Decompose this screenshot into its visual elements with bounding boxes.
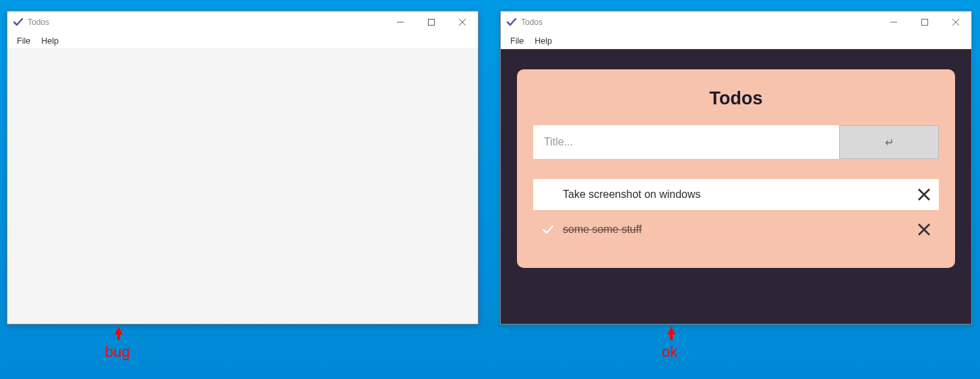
svg-rect-5 <box>922 20 928 26</box>
todo-item[interactable]: some some stuff <box>533 214 939 245</box>
menubar: File Help <box>501 33 971 49</box>
window-controls <box>385 11 478 33</box>
check-icon[interactable] <box>540 221 556 238</box>
app-window-bug: Todos File Help <box>7 11 479 324</box>
input-row: ↵ <box>533 125 939 159</box>
close-button[interactable] <box>940 11 971 33</box>
menu-file[interactable]: File <box>11 35 36 47</box>
maximize-button[interactable] <box>416 11 447 33</box>
arrow-icon <box>666 326 677 343</box>
delete-icon[interactable] <box>917 188 931 201</box>
content-area-blank <box>7 49 478 324</box>
window-controls <box>878 11 971 33</box>
arrow-icon <box>113 326 124 343</box>
enter-icon: ↵ <box>885 136 894 149</box>
minimize-button[interactable] <box>385 11 416 33</box>
annotation-bug: bug <box>105 343 130 361</box>
todo-text: Take screenshot on windows <box>563 188 917 201</box>
title-input[interactable] <box>533 125 839 159</box>
content-area: Todos ↵ Take screenshot on windows some … <box>501 49 971 324</box>
titlebar[interactable]: Todos <box>7 11 478 33</box>
delete-icon[interactable] <box>917 223 931 236</box>
todo-text: some some stuff <box>563 223 917 236</box>
window-title: Todos <box>28 18 49 27</box>
maximize-button[interactable] <box>909 11 940 33</box>
menubar: File Help <box>7 33 478 49</box>
menu-help[interactable]: Help <box>529 35 557 47</box>
todo-panel: Todos ↵ Take screenshot on windows some … <box>517 69 955 268</box>
window-title: Todos <box>521 18 543 27</box>
app-window-ok: Todos File Help Todos ↵ <box>500 11 972 324</box>
svg-rect-1 <box>429 20 435 26</box>
menu-file[interactable]: File <box>505 35 529 47</box>
app-heading: Todos <box>533 88 939 109</box>
check-icon[interactable] <box>540 186 556 203</box>
todo-item[interactable]: Take screenshot on windows <box>533 179 939 210</box>
menu-help[interactable]: Help <box>36 35 64 47</box>
app-icon <box>13 17 24 28</box>
minimize-button[interactable] <box>878 11 909 33</box>
close-button[interactable] <box>447 11 478 33</box>
app-icon <box>506 17 517 28</box>
titlebar[interactable]: Todos <box>501 11 971 33</box>
submit-button[interactable]: ↵ <box>839 125 939 159</box>
annotation-ok: ok <box>662 343 677 361</box>
